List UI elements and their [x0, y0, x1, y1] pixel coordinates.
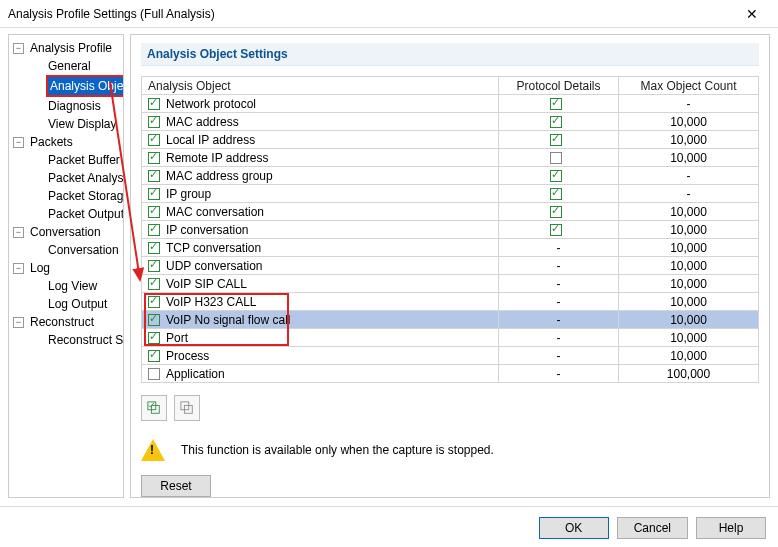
table-row[interactable]: MAC conversation10,000 — [142, 203, 759, 221]
row-checkbox[interactable] — [148, 260, 160, 272]
tree-diagnosis[interactable]: Diagnosis — [31, 97, 123, 115]
table-row[interactable]: UDP conversation-10,000 — [142, 257, 759, 275]
tree-log-view[interactable]: Log View — [31, 277, 123, 295]
tree-packet-buffer[interactable]: Packet Buffer — [31, 151, 123, 169]
row-checkbox[interactable] — [148, 170, 160, 182]
row-protocol-details[interactable] — [499, 95, 619, 113]
detail-checkbox[interactable] — [550, 224, 562, 236]
table-row[interactable]: MAC address group- — [142, 167, 759, 185]
detail-checkbox[interactable] — [550, 188, 562, 200]
row-protocol-details[interactable]: - — [499, 365, 619, 383]
table-row[interactable]: TCP conversation-10,000 — [142, 239, 759, 257]
row-max-count[interactable]: 10,000 — [619, 347, 759, 365]
tree-packets[interactable]: −Packets Packet Buffer Packet Analysis P… — [13, 133, 123, 223]
table-row[interactable]: IP conversation10,000 — [142, 221, 759, 239]
table-row[interactable]: Local IP address10,000 — [142, 131, 759, 149]
table-row[interactable]: VoIP SIP CALL-10,000 — [142, 275, 759, 293]
row-checkbox[interactable] — [148, 116, 160, 128]
tree-reconstruct-settings[interactable]: Reconstruct Settings — [31, 331, 123, 349]
row-protocol-details[interactable] — [499, 167, 619, 185]
table-row[interactable]: Network protocol- — [142, 95, 759, 113]
reset-button[interactable]: Reset — [141, 475, 211, 497]
tree-analysis-object[interactable]: Analysis Object — [31, 75, 123, 97]
row-checkbox[interactable] — [148, 188, 160, 200]
row-protocol-details[interactable] — [499, 113, 619, 131]
tree-view-display[interactable]: View Display — [31, 115, 123, 133]
row-checkbox[interactable] — [148, 134, 160, 146]
row-max-count[interactable]: 10,000 — [619, 113, 759, 131]
row-max-count[interactable]: 10,000 — [619, 149, 759, 167]
row-protocol-details[interactable] — [499, 221, 619, 239]
col-object[interactable]: Analysis Object — [142, 77, 499, 95]
select-all-button[interactable] — [141, 395, 167, 421]
collapse-icon[interactable]: − — [13, 227, 24, 238]
collapse-icon[interactable]: − — [13, 43, 24, 54]
row-protocol-details[interactable]: - — [499, 293, 619, 311]
tree-conversation[interactable]: −Conversation Conversation Filter — [13, 223, 123, 259]
deselect-all-button[interactable] — [174, 395, 200, 421]
row-checkbox[interactable] — [148, 224, 160, 236]
row-checkbox[interactable] — [148, 278, 160, 290]
row-checkbox[interactable] — [148, 332, 160, 344]
row-checkbox[interactable] — [148, 152, 160, 164]
row-protocol-details[interactable]: - — [499, 275, 619, 293]
row-checkbox[interactable] — [148, 350, 160, 362]
col-max-count[interactable]: Max Object Count — [619, 77, 759, 95]
row-checkbox[interactable] — [148, 98, 160, 110]
collapse-icon[interactable]: − — [13, 263, 24, 274]
row-max-count[interactable]: 100,000 — [619, 365, 759, 383]
row-max-count[interactable]: 10,000 — [619, 329, 759, 347]
tree-packet-analysis[interactable]: Packet Analysis — [31, 169, 123, 187]
detail-checkbox[interactable] — [550, 206, 562, 218]
row-max-count[interactable]: 10,000 — [619, 311, 759, 329]
row-protocol-details[interactable]: - — [499, 239, 619, 257]
table-row[interactable]: IP group- — [142, 185, 759, 203]
tree-conversation-filter[interactable]: Conversation Filter — [31, 241, 123, 259]
collapse-icon[interactable]: − — [13, 317, 24, 328]
row-max-count[interactable]: - — [619, 167, 759, 185]
row-checkbox[interactable] — [148, 368, 160, 380]
table-row[interactable]: VoIP H323 CALL-10,000 — [142, 293, 759, 311]
row-max-count[interactable]: 10,000 — [619, 293, 759, 311]
table-row[interactable]: Port-10,000 — [142, 329, 759, 347]
row-max-count[interactable]: - — [619, 95, 759, 113]
tree-log[interactable]: −Log Log View Log Output — [13, 259, 123, 313]
table-row[interactable]: Application-100,000 — [142, 365, 759, 383]
row-protocol-details[interactable] — [499, 131, 619, 149]
cancel-button[interactable]: Cancel — [617, 517, 688, 539]
row-checkbox[interactable] — [148, 314, 160, 326]
detail-checkbox[interactable] — [550, 116, 562, 128]
row-checkbox[interactable] — [148, 206, 160, 218]
tree-packet-storage[interactable]: Packet Storage — [31, 187, 123, 205]
detail-checkbox[interactable] — [550, 152, 562, 164]
close-icon[interactable]: ✕ — [732, 6, 772, 22]
table-row[interactable]: Remote IP address10,000 — [142, 149, 759, 167]
table-row[interactable]: MAC address10,000 — [142, 113, 759, 131]
tree-analysis-profile[interactable]: −Analysis Profile General Analysis Objec… — [13, 39, 123, 133]
detail-checkbox[interactable] — [550, 98, 562, 110]
tree-log-output[interactable]: Log Output — [31, 295, 123, 313]
detail-checkbox[interactable] — [550, 170, 562, 182]
help-button[interactable]: Help — [696, 517, 766, 539]
row-protocol-details[interactable] — [499, 185, 619, 203]
tree-reconstruct[interactable]: −Reconstruct Reconstruct Settings — [13, 313, 123, 349]
row-checkbox[interactable] — [148, 296, 160, 308]
row-max-count[interactable]: 10,000 — [619, 203, 759, 221]
row-max-count[interactable]: 10,000 — [619, 131, 759, 149]
row-max-count[interactable]: 10,000 — [619, 221, 759, 239]
row-max-count[interactable]: 10,000 — [619, 239, 759, 257]
row-protocol-details[interactable] — [499, 203, 619, 221]
row-protocol-details[interactable]: - — [499, 257, 619, 275]
collapse-icon[interactable]: − — [13, 137, 24, 148]
row-checkbox[interactable] — [148, 242, 160, 254]
table-row[interactable]: VoIP No signal flow call-10,000 — [142, 311, 759, 329]
row-max-count[interactable]: 10,000 — [619, 257, 759, 275]
detail-checkbox[interactable] — [550, 134, 562, 146]
row-protocol-details[interactable]: - — [499, 347, 619, 365]
row-max-count[interactable]: 10,000 — [619, 275, 759, 293]
ok-button[interactable]: OK — [539, 517, 609, 539]
tree-general[interactable]: General — [31, 57, 123, 75]
row-protocol-details[interactable]: - — [499, 311, 619, 329]
row-protocol-details[interactable]: - — [499, 329, 619, 347]
row-max-count[interactable]: - — [619, 185, 759, 203]
